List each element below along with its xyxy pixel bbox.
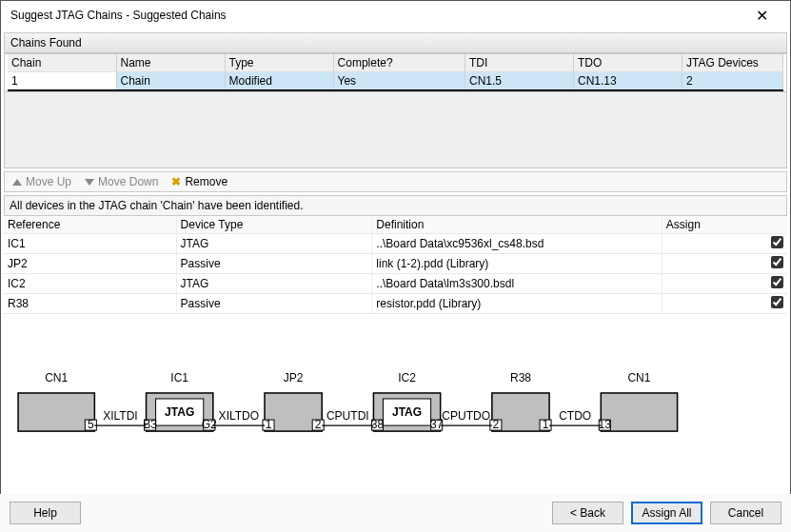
svg-text:JTAG: JTAG: [392, 405, 422, 419]
back-button[interactable]: < Back: [552, 502, 623, 524]
svg-text:JTAG: JTAG: [165, 405, 194, 419]
col-assign[interactable]: Assign: [662, 216, 787, 234]
chains-found-label: Chains Found: [4, 32, 787, 53]
svg-text:CPUTDI: CPUTDI: [326, 409, 369, 423]
cell-complete: Yes: [333, 72, 465, 91]
cell-tdi: CN1.5: [465, 72, 574, 91]
svg-text:IC1: IC1: [170, 371, 188, 384]
cell-def: link (1-2).pdd (Library): [372, 254, 662, 274]
cell-type: Passive: [176, 294, 372, 314]
cell-type: Passive: [176, 254, 372, 274]
svg-text:XILTDI: XILTDI: [103, 409, 138, 423]
cell-type: JTAG: [176, 274, 372, 294]
chains-table: Chain Name Type Complete? TDI TDO JTAG D…: [8, 54, 783, 91]
cell-type: JTAG: [176, 234, 372, 254]
cell-ref: IC1: [4, 234, 176, 254]
svg-text:CPUTDO: CPUTDO: [442, 409, 490, 423]
remove-icon: ✖: [171, 175, 181, 188]
table-row[interactable]: IC2JTAG..\Board Data\lm3s300.bsdl: [4, 274, 787, 294]
move-down-button[interactable]: Move Down: [85, 175, 158, 188]
chains-toolbar: Move Up Move Down ✖Remove: [4, 171, 787, 192]
svg-text:R38: R38: [510, 371, 531, 384]
table-row[interactable]: IC1JTAG..\Board Data\xc9536xl_cs48.bsd: [4, 234, 787, 254]
svg-text:1: 1: [266, 418, 272, 431]
svg-text:5: 5: [88, 418, 94, 431]
svg-text:JP2: JP2: [284, 371, 304, 384]
svg-rect-1: [18, 393, 94, 431]
col-tdi[interactable]: TDI: [465, 54, 574, 72]
devices-table: Reference Device Type Definition Assign …: [4, 216, 787, 314]
svg-text:G2: G2: [202, 418, 217, 431]
move-up-button[interactable]: Move Up: [12, 175, 71, 188]
cell-type: Modified: [225, 72, 333, 91]
col-complete[interactable]: Complete?: [333, 54, 465, 72]
cell-def: ..\Board Data\xc9536xl_cs48.bsd: [372, 234, 662, 254]
cell-tdo: CN1.13: [574, 72, 682, 91]
assign-checkbox[interactable]: [771, 296, 783, 308]
cell-def: resistor.pdd (Library): [372, 294, 662, 314]
cell-devices: 2: [682, 72, 783, 91]
chains-header-row: Chain Name Type Complete? TDI TDO JTAG D…: [8, 54, 783, 72]
col-chain[interactable]: Chain: [8, 54, 116, 72]
assign-all-button[interactable]: Assign All: [631, 502, 702, 524]
cell-assign: [662, 294, 787, 314]
arrow-up-icon: [12, 179, 22, 186]
col-tdo[interactable]: TDO: [574, 54, 682, 72]
cell-ref: JP2: [4, 254, 176, 274]
footer: Help < Back Assign All Cancel: [0, 494, 791, 532]
svg-text:CN1: CN1: [627, 371, 650, 384]
cell-assign: [662, 234, 787, 254]
assign-checkbox[interactable]: [771, 236, 783, 248]
col-reference[interactable]: Reference: [4, 216, 176, 234]
table-row[interactable]: JP2Passivelink (1-2).pdd (Library): [4, 254, 787, 274]
window-title: Suggest JTAG Chains - Suggested Chains: [10, 9, 742, 22]
svg-text:38: 38: [371, 418, 385, 431]
svg-text:CN1: CN1: [45, 371, 68, 384]
col-name[interactable]: Name: [116, 54, 225, 72]
col-device-type[interactable]: Device Type: [176, 216, 372, 234]
svg-text:2: 2: [493, 418, 500, 431]
chain-diagram: CN15IC1JTAGB3G2JP212IC2JTAG3837R3821CN11…: [4, 322, 787, 483]
col-type[interactable]: Type: [225, 54, 333, 72]
chains-empty-area: [4, 92, 787, 168]
svg-text:CTDO: CTDO: [559, 409, 591, 423]
arrow-down-icon: [85, 179, 94, 186]
help-button[interactable]: Help: [10, 502, 81, 524]
cancel-button[interactable]: Cancel: [710, 502, 781, 524]
remove-button[interactable]: ✖Remove: [171, 175, 227, 188]
status-text: All devices in the JTAG chain 'Chain' ha…: [4, 195, 787, 216]
cell-ref: R38: [4, 294, 176, 314]
cell-assign: [662, 274, 787, 294]
cell-def: ..\Board Data\lm3s300.bsdl: [372, 274, 662, 294]
close-icon[interactable]: ✕: [742, 7, 781, 25]
col-jtag-devices[interactable]: JTAG Devices: [682, 54, 783, 72]
table-row[interactable]: 1 Chain Modified Yes CN1.5 CN1.13 2: [8, 72, 783, 91]
cell-ref: IC2: [4, 274, 176, 294]
svg-text:2: 2: [315, 418, 322, 431]
cell-name: Chain: [116, 72, 225, 91]
svg-text:13: 13: [599, 418, 612, 431]
svg-text:1: 1: [543, 418, 549, 431]
table-row[interactable]: R38Passiveresistor.pdd (Library): [4, 294, 787, 314]
title-bar: Suggest JTAG Chains - Suggested Chains ✕: [1, 1, 790, 30]
col-definition[interactable]: Definition: [372, 216, 662, 234]
svg-text:IC2: IC2: [398, 371, 416, 384]
assign-checkbox[interactable]: [771, 256, 783, 268]
svg-rect-33: [601, 393, 677, 431]
svg-text:B3: B3: [143, 418, 157, 431]
assign-checkbox[interactable]: [771, 276, 783, 288]
cell-chain: 1: [8, 72, 116, 91]
cell-assign: [662, 254, 787, 274]
svg-text:XILTDO: XILTDO: [219, 409, 260, 423]
